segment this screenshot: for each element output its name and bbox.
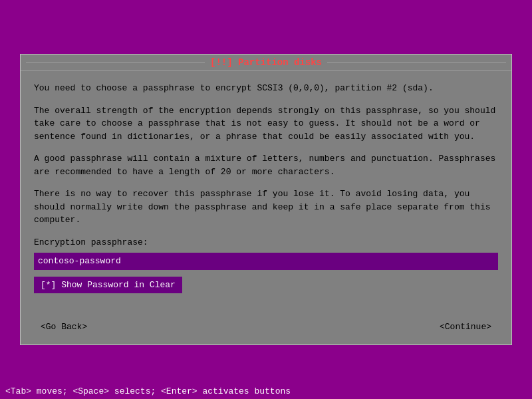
screen: [!!] Partition disks You need to choose … (0, 0, 532, 399)
continue-button[interactable]: <Continue> (433, 320, 498, 334)
paragraph-3: A good passphrase will contain a mixture… (34, 152, 498, 178)
dialog-title: [!!] Partition disks (205, 57, 327, 68)
bottom-bar: <Tab> moves; <Space> selects; <Enter> ac… (0, 384, 532, 399)
paragraph-4: There is no way to recover this passphra… (34, 188, 498, 227)
passphrase-input[interactable]: contoso-password (34, 253, 498, 270)
show-password-button[interactable]: [*] Show Password in Clear (34, 277, 182, 294)
paragraph-1: You need to choose a passphrase to encry… (34, 82, 498, 95)
dialog-body: You need to choose a passphrase to encry… (21, 71, 511, 315)
bottom-bar-text: <Tab> moves; <Space> selects; <Enter> ac… (5, 386, 291, 396)
dialog: [!!] Partition disks You need to choose … (20, 54, 512, 345)
titlebar-line-right (327, 63, 506, 63)
go-back-button[interactable]: <Go Back> (34, 320, 94, 334)
dialog-titlebar: [!!] Partition disks (21, 55, 511, 71)
titlebar-line-left (26, 63, 205, 63)
passphrase-value: contoso-password (38, 256, 121, 266)
passphrase-label: Encryption passphrase: (34, 236, 498, 249)
dialog-footer: <Go Back> <Continue> (21, 315, 511, 344)
paragraph-2: The overall strength of the encryption d… (34, 104, 498, 144)
